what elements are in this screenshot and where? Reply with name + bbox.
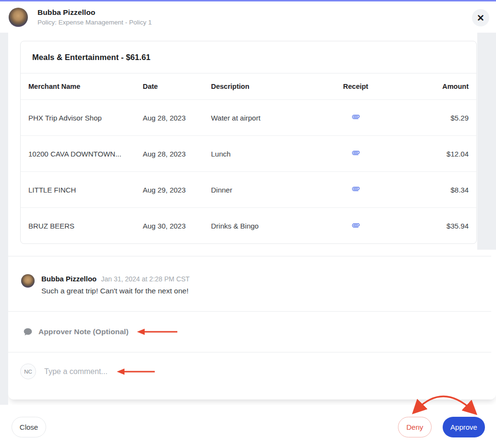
section-divider — [8, 352, 491, 352]
page-background-left — [0, 33, 8, 405]
cell-date: Aug 28, 2023 — [143, 150, 211, 158]
cell-amount: $8.34 — [397, 186, 476, 194]
cell-merchant: PHX Trip Advisor Shop — [21, 114, 143, 122]
col-header-amount: Amount — [397, 83, 476, 90]
comment-text: Such a great trip! Can't wait for the ne… — [41, 287, 190, 295]
col-header-description: Description — [211, 83, 315, 90]
category-title-row: Meals & Entertainment - $61.61 — [21, 41, 476, 73]
modal-footer: Close Deny Approve — [0, 405, 496, 448]
paperclip-icon[interactable] — [350, 148, 360, 158]
category-title: Meals & Entertainment - $61.61 — [32, 53, 150, 62]
table-row[interactable]: BRUZ BEERS Aug 30, 2023 Drinks & Bingo $… — [21, 208, 476, 244]
policy-subtitle: Policy: Expense Management - Policy 1 — [37, 19, 152, 26]
current-user-avatar: NC — [20, 363, 36, 379]
requester-name: Bubba Pizzelloo — [37, 8, 152, 17]
paperclip-icon[interactable] — [350, 220, 360, 230]
expense-category-card: Meals & Entertainment - $61.61 Merchant … — [20, 41, 477, 244]
table-row[interactable]: 10200 CAVA DOWNTOWN... Aug 28, 2023 Lunc… — [21, 136, 476, 172]
page-background-right — [477, 33, 496, 250]
approve-button[interactable]: Approve — [443, 417, 485, 437]
cell-amount: $5.29 — [397, 114, 476, 122]
paperclip-icon[interactable] — [350, 184, 360, 194]
comment-avatar — [21, 274, 35, 288]
approval-modal: Bubba Pizzelloo Policy: Expense Manageme… — [0, 0, 496, 448]
close-icon[interactable]: ✕ — [472, 9, 489, 26]
cell-date: Aug 28, 2023 — [143, 114, 211, 122]
modal-header: Bubba Pizzelloo Policy: Expense Manageme… — [0, 1, 496, 33]
col-header-date: Date — [143, 83, 211, 90]
comment-item: Bubba Pizzelloo Jan 31, 2024 at 2:28 PM … — [21, 274, 190, 295]
approver-note-toggle[interactable]: Approver Note (Optional) — [23, 327, 129, 337]
cell-amount: $12.04 — [397, 150, 476, 158]
table-header-row: Merchant Name Date Description Receipt A… — [21, 73, 476, 100]
cell-description: Lunch — [211, 150, 315, 158]
comment-input-row: NC — [20, 363, 131, 379]
cell-description: Drinks & Bingo — [211, 222, 315, 230]
cell-merchant: BRUZ BEERS — [21, 222, 143, 230]
comment-input[interactable] — [44, 367, 131, 376]
approver-note-label: Approver Note (Optional) — [38, 327, 129, 336]
close-x-glyph: ✕ — [477, 12, 484, 24]
section-divider — [8, 311, 491, 312]
close-button[interactable]: Close — [12, 417, 46, 437]
col-header-merchant: Merchant Name — [21, 83, 143, 90]
cell-merchant: LITTLE FINCH — [21, 186, 143, 194]
cell-date: Aug 29, 2023 — [143, 186, 211, 194]
cell-amount: $35.94 — [397, 222, 476, 230]
cell-merchant: 10200 CAVA DOWNTOWN... — [21, 150, 143, 158]
cell-description: Dinner — [211, 186, 315, 194]
comment-author: Bubba Pizzelloo — [41, 275, 97, 283]
cell-description: Water at airport — [211, 114, 315, 122]
header-text: Bubba Pizzelloo Policy: Expense Manageme… — [37, 8, 152, 26]
table-row[interactable]: LITTLE FINCH Aug 29, 2023 Dinner $8.34 — [21, 172, 476, 208]
col-header-receipt: Receipt — [315, 83, 397, 90]
table-row[interactable]: PHX Trip Advisor Shop Aug 28, 2023 Water… — [21, 100, 476, 136]
comment-bubble-icon — [23, 327, 33, 337]
paperclip-icon[interactable] — [350, 112, 360, 122]
section-divider — [8, 256, 491, 256]
comment-timestamp: Jan 31, 2024 at 2:28 PM CST — [101, 275, 189, 283]
cell-date: Aug 30, 2023 — [143, 222, 211, 230]
deny-button[interactable]: Deny — [398, 417, 432, 437]
requester-avatar — [9, 8, 28, 27]
